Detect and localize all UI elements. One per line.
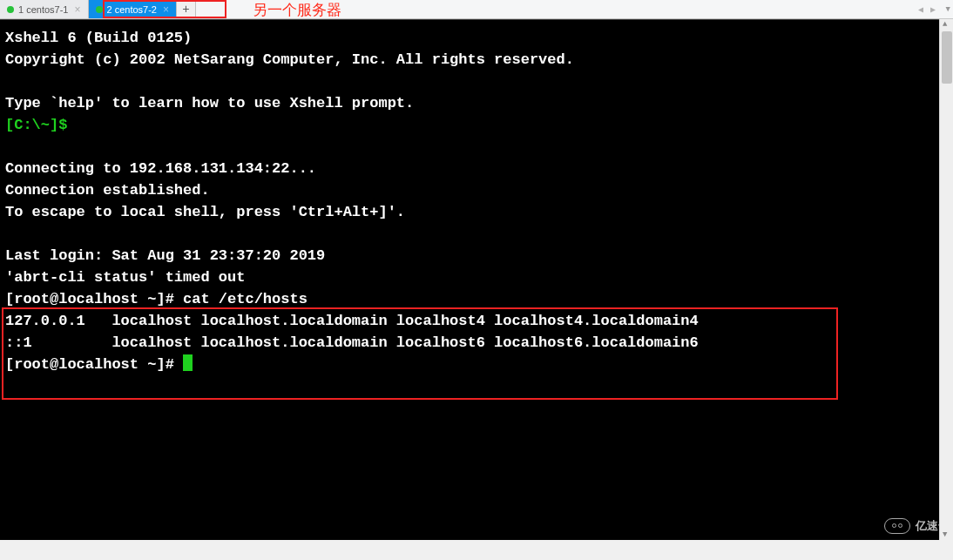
terminal-line: 127.0.0.1 localhost localhost.localdomai… <box>5 313 699 329</box>
terminal-line: Connection established. <box>5 182 210 199</box>
vertical-scrollbar[interactable]: ▲ ▼ <box>939 19 953 540</box>
terminal-line: ::1 localhost localhost.localdomain loca… <box>5 334 699 351</box>
tab-label: 2 centos7-2 <box>107 4 157 15</box>
status-dot-icon <box>96 6 103 13</box>
nav-left-icon[interactable]: ◀ <box>918 4 923 15</box>
terminal-line: Copyright (c) 2002 NetSarang Computer, I… <box>5 51 574 68</box>
tab-nav-arrows: ◀ ▶ <box>918 0 936 18</box>
shell-command: cat /etc/hosts <box>183 291 308 307</box>
annotation-label: 另一个服务器 <box>253 0 341 20</box>
tab-bar: 1 centos7-1 × 2 centos7-2 × + ◀ ▶ ▼ <box>0 0 953 19</box>
terminal-line: Connecting to 192.168.131.134:22... <box>5 160 316 177</box>
plus-icon: + <box>182 3 189 17</box>
nav-right-icon[interactable]: ▶ <box>930 4 936 15</box>
terminal-line: 'abrt-cli status' timed out <box>5 269 245 286</box>
new-tab-button[interactable]: + <box>177 0 196 18</box>
local-prompt: [C:\~]$ <box>5 117 67 133</box>
terminal-line: To escape to local shell, press 'Ctrl+Al… <box>5 204 405 220</box>
tab-centos7-1[interactable]: 1 centos7-1 × <box>0 0 89 18</box>
chevron-down-icon: ▼ <box>946 5 950 14</box>
watermark-logo-icon <box>884 518 910 534</box>
tab-dropdown[interactable]: ▼ <box>946 0 950 18</box>
close-icon[interactable]: × <box>163 3 169 16</box>
terminal-line: Last login: Sat Aug 31 23:37:20 2019 <box>5 247 325 264</box>
cursor-icon <box>183 354 193 371</box>
terminal-output[interactable]: Xshell 6 (Build 0125) Copyright (c) 2002… <box>0 19 953 540</box>
shell-prompt: [root@localhost ~]# <box>5 356 183 373</box>
tab-centos7-2[interactable]: 2 centos7-2 × <box>89 0 178 18</box>
terminal-line: Type `help' to learn how to use Xshell p… <box>5 95 414 111</box>
scroll-down-icon[interactable]: ▼ <box>943 530 947 539</box>
terminal-line: Xshell 6 (Build 0125) <box>5 30 192 46</box>
close-icon[interactable]: × <box>74 3 80 16</box>
scrollbar-thumb[interactable] <box>942 31 952 84</box>
shell-prompt: [root@localhost ~]# <box>5 291 183 307</box>
status-dot-icon <box>7 6 14 13</box>
scroll-up-icon[interactable]: ▲ <box>943 20 947 29</box>
tab-label: 1 centos7-1 <box>18 4 68 15</box>
